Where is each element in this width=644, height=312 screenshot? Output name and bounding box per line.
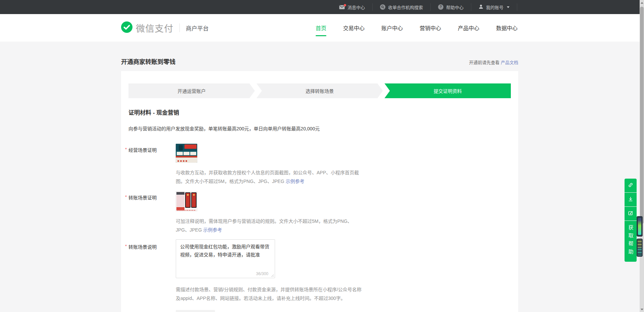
page-title: 开通商家转账到零钱	[121, 57, 175, 66]
thumbnail-graphic	[191, 192, 197, 208]
additional-proof-content: 上传文件	[176, 310, 511, 312]
minimap-stripes-yellow	[638, 240, 642, 248]
transfer-scene-label: 转账场景证明	[128, 195, 157, 200]
form-card: 开通运营账户 选择转账场景 提交证明资料 证明材料 - 现金营销 向参与营销活动…	[121, 71, 518, 312]
page-scrollbar	[640, 0, 644, 312]
thumbnail-graphic	[176, 144, 197, 151]
page-title-row: 开通商家转账到零钱 开通前请先查看 产品文档	[121, 42, 518, 66]
share-link-button[interactable]	[625, 179, 637, 192]
thumbnail-graphic	[176, 192, 184, 210]
proof-form: * 经营场景证明 与收款方互动，并获取收款方授权个人信息的页面截图，如公众号、A…	[128, 144, 511, 312]
thumbnail-graphic	[185, 192, 191, 208]
get-help-button[interactable]: 获取帮助	[625, 221, 637, 262]
main-area: 开通商家转账到零钱 开通前请先查看 产品文档 开通运营账户 选择转账场景 提交证…	[0, 42, 644, 312]
business-scene-image-preview[interactable]	[176, 144, 197, 163]
product-doc-link[interactable]: 产品文档	[501, 60, 518, 65]
scene-description-content: 公司使用现金红包功能，激励用户观看带货视频，促进交易，特申请开通，请批准 36/…	[176, 239, 511, 303]
floating-toolbar: 获取帮助	[625, 179, 637, 262]
help-center-button[interactable]: ? 帮助中心	[431, 0, 471, 14]
field-business-scene: * 经营场景证明 与收款方互动，并获取收款方授权个人信息的页面截图，如公众号、A…	[128, 144, 511, 186]
download-button[interactable]	[625, 193, 637, 206]
transfer-scene-example-link[interactable]: 示例参考	[203, 227, 222, 233]
minimap-stripes-teal	[638, 248, 642, 255]
minimap-striped-widget	[637, 239, 643, 257]
nav-marketing-center[interactable]: 营销中心	[420, 14, 441, 42]
resize-handle-icon[interactable]	[271, 272, 274, 278]
user-icon	[479, 4, 483, 10]
thumbnail-graphic	[176, 151, 197, 155]
doc-hint-text: 开通前请先查看	[469, 60, 499, 65]
acquirer-search-button[interactable]: 收单合作机构搜索	[373, 0, 430, 14]
brand-divider	[179, 23, 180, 32]
scene-description-input-wrap: 公司使用现金红包功能，激励用户观看带货视频，促进交易，特申请开通，请批准 36/…	[176, 239, 275, 279]
transfer-scene-description: 可加注释说明，需体现用户参与营销活动的规则。文件大小不超过5M，格式为PNG、J…	[176, 217, 360, 234]
get-help-label: 获取帮助	[627, 225, 634, 257]
message-center-button[interactable]: 消息中心	[332, 0, 372, 14]
scene-description-label-wrap: * 转账场景说明	[128, 239, 176, 303]
required-asterisk: *	[125, 244, 127, 249]
unread-badge	[344, 4, 346, 6]
brand-name: 微信支付	[136, 21, 173, 35]
topbar: 消息中心 收单合作机构搜索 ? 帮助中心 我的账号	[0, 0, 644, 14]
nav-account-center[interactable]: 账户中心	[381, 14, 403, 42]
brand-area[interactable]: 微信支付 商户平台	[0, 21, 209, 35]
edit-icon	[628, 210, 634, 217]
minimap-gradient-widget	[637, 216, 643, 237]
section-description: 向参与营销活动的用户发放现金奖励，单笔转账最高200元，单日向单用户转账最高20…	[128, 125, 511, 132]
scene-description-label: 转账场景说明	[128, 244, 157, 250]
business-scene-label-wrap: * 经营场景证明	[128, 144, 176, 186]
business-scene-example-link[interactable]: 示例参考	[285, 179, 304, 184]
transfer-scene-desc-text: 可加注释说明，需体现用户参与营销活动的规则。文件大小不超过5M，格式为PNG、J…	[176, 219, 352, 233]
acquirer-search-label: 收单合作机构搜索	[388, 4, 423, 10]
upload-file-button[interactable]: 上传文件	[176, 310, 215, 312]
help-center-label: 帮助中心	[446, 4, 464, 10]
scrollbar-thumb[interactable]	[640, 7, 644, 224]
transfer-scene-image-preview[interactable]	[176, 191, 197, 211]
wechat-pay-logo-icon	[121, 21, 132, 34]
field-additional-proof: 附加证明（可选） 上传文件	[128, 310, 511, 312]
header: 微信支付 商户平台 首页 交易中心 账户中心 营销中心 产品中心 数据中心	[0, 14, 644, 42]
transfer-scene-content: 可加注释说明，需体现用户参与营销活动的规则。文件大小不超过5M，格式为PNG、J…	[176, 191, 511, 234]
business-scene-description: 与收款方互动，并获取收款方授权个人信息的页面截图，如公众号、APP、小程序首页截…	[176, 168, 360, 186]
nav-data-center[interactable]: 数据中心	[496, 14, 518, 42]
business-scene-label: 经营场景证明	[128, 147, 157, 153]
scene-description-help: 需描述付款场景、营销/分销规则、付款资金来源，并提供转账场景所在小程序/公众号名…	[176, 285, 362, 303]
feedback-edit-button[interactable]	[625, 207, 637, 221]
scrollbar-up-arrow[interactable]	[640, 0, 644, 5]
nav-transaction-center[interactable]: 交易中心	[343, 14, 365, 42]
step-submit-proof-active: 提交证明资料	[384, 83, 511, 98]
steps-bar: 开通运营账户 选择转账场景 提交证明资料	[128, 83, 511, 98]
question-circle-icon: ?	[438, 4, 443, 10]
business-scene-content: 与收款方互动，并获取收款方授权个人信息的页面截图，如公众号、APP、小程序首页截…	[176, 144, 511, 186]
transfer-scene-label-wrap: * 转账场景证明	[128, 191, 176, 234]
thumbnail-graphic	[176, 158, 197, 163]
platform-name: 商户平台	[186, 24, 209, 32]
field-transfer-scene: * 转账场景证明 可加注释说明，需体现用户参与营销活动的规则。文件大小不超过5M…	[128, 191, 511, 234]
required-asterisk: *	[125, 147, 127, 152]
main-nav: 首页 交易中心 账户中心 营销中心 产品中心 数据中心	[316, 14, 644, 42]
link-icon	[628, 182, 634, 189]
field-scene-description: * 转账场景说明 公司使用现金红包功能，激励用户观看带货视频，促进交易，特申请开…	[128, 239, 511, 303]
business-scene-desc-text: 与收款方互动，并获取收款方授权个人信息的页面截图，如公众号、APP、小程序首页截…	[176, 170, 359, 184]
message-center-label: 消息中心	[347, 4, 365, 10]
char-counter: 36/300	[256, 271, 268, 276]
nav-product-center[interactable]: 产品中心	[458, 14, 479, 42]
scrollbar-down-arrow[interactable]	[640, 307, 644, 312]
topbar-divider	[517, 3, 517, 11]
doc-hint: 开通前请先查看 产品文档	[469, 59, 518, 65]
search-circle-icon	[380, 4, 385, 10]
download-icon	[628, 196, 634, 203]
mail-icon	[339, 5, 345, 9]
minimap-gradient-bar	[638, 218, 641, 235]
step-select-transfer-scene: 选择转账场景	[257, 83, 383, 98]
step-open-operating-account: 开通运营账户	[128, 83, 255, 98]
my-account-menu[interactable]: 我的账号	[471, 0, 517, 14]
chevron-down-icon	[507, 6, 509, 8]
my-account-label: 我的账号	[486, 4, 503, 10]
section-title: 证明材料 - 现金营销	[128, 108, 511, 116]
nav-home[interactable]: 首页	[316, 14, 326, 42]
additional-proof-label-wrap: 附加证明（可选）	[128, 310, 176, 312]
required-asterisk: *	[125, 194, 127, 199]
thumbnail-graphic	[177, 210, 196, 211]
